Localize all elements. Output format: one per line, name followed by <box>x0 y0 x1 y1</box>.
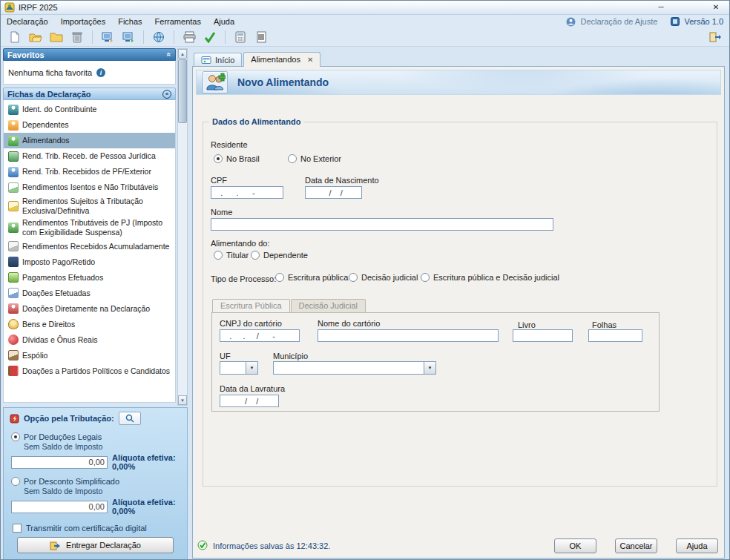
toolbar-separator <box>225 30 226 44</box>
taxpayer-icon <box>8 105 19 115</box>
sidebar-item-alimentandos[interactable]: Alimentandos <box>4 133 175 148</box>
cnpj-cartorio-label: CNPJ do cartório <box>220 319 282 328</box>
menu-importacoes[interactable]: Importações <box>61 17 106 26</box>
livro-input[interactable] <box>513 329 573 342</box>
close-tab-icon[interactable]: ✕ <box>307 56 313 64</box>
radio-escritura-e-decisao[interactable]: Escritura pública e Decisão judicial <box>421 273 559 282</box>
exclusive-tax-icon <box>8 201 19 211</box>
lavratura-label: Data da Lavratura <box>220 384 285 393</box>
dropdown-arrow-icon[interactable]: ▼ <box>424 362 435 374</box>
ok-button[interactable]: OK <box>554 538 596 553</box>
tab-decisao-judicial[interactable]: Decisão Judicial <box>291 299 366 312</box>
radio-no-brasil[interactable]: No Brasil <box>214 154 260 163</box>
folhas-input[interactable] <box>588 329 642 342</box>
calculator-button[interactable] <box>231 29 250 45</box>
help-button[interactable]: Ajuda <box>676 538 718 553</box>
radio-deducoes-legais[interactable]: Por Deduções Legais <box>11 432 181 441</box>
sidebar-item-label: Bens e Direitos <box>22 320 75 329</box>
tab-inicio[interactable]: Início <box>194 53 242 66</box>
sidebar-item-rend-pf-exterior[interactable]: Rend. Trib. Recebidos de PF/Exterior <box>4 164 175 179</box>
tab-escritura-publica[interactable]: Escritura Pública <box>212 299 290 313</box>
nome-cartorio-input[interactable] <box>318 329 499 342</box>
scroll-up-icon[interactable]: ▲ <box>178 49 187 59</box>
receipt-button[interactable] <box>251 29 271 45</box>
radio-label: Escritura pública e Decisão judicial <box>433 273 559 282</box>
sidebar-item-espolio[interactable]: Espólio <box>4 347 175 363</box>
cpf-label: CPF <box>211 176 227 185</box>
minimize-button[interactable]: ─ <box>651 2 671 13</box>
municipio-select[interactable]: ▼ <box>273 361 436 375</box>
radio-no-exterior[interactable]: No Exterior <box>288 154 341 163</box>
sidebar-scrollbar[interactable]: ▲ ▼ <box>177 48 188 406</box>
search-ficha-button[interactable] <box>119 412 141 425</box>
toolbar-separator <box>92 30 93 44</box>
receipt-icon <box>257 31 266 43</box>
folder-button[interactable] <box>47 29 66 45</box>
collapse-fichas-icon[interactable]: « <box>162 90 171 99</box>
menu-ferramentas[interactable]: Ferramentas <box>155 17 201 26</box>
tab-alimentandos[interactable]: Alimentandos ✕ <box>243 52 320 67</box>
sidebar-item-dividas[interactable]: Dívidas e Ônus Reais <box>4 332 175 347</box>
deliver-icon <box>50 541 61 550</box>
sidebar-item-label: Dívidas e Ônus Reais <box>22 335 98 345</box>
menu-ajuda[interactable]: Ajuda <box>214 17 234 26</box>
sidebar-item-imposto-pago[interactable]: Imposto Pago/Retido <box>4 254 175 269</box>
new-declaration-button[interactable] <box>5 29 24 45</box>
import-data-button[interactable] <box>119 29 138 45</box>
info-icon[interactable]: i <box>96 68 105 77</box>
cnpj-cartorio-input[interactable] <box>220 329 300 342</box>
nome-input[interactable] <box>211 218 553 231</box>
verify-pendencies-button[interactable] <box>200 29 220 45</box>
sidebar-item-doacoes[interactable]: Doações Efetuadas <box>4 285 175 300</box>
lavratura-input[interactable] <box>220 395 279 407</box>
cancel-button[interactable]: Cancelar <box>615 538 657 553</box>
sidebar-item-doacoes-partidos[interactable]: Doações a Partidos Políticos e Candidato… <box>4 363 175 378</box>
online-services-button[interactable] <box>149 29 168 45</box>
folhas-label: Folhas <box>592 320 616 329</box>
alimentandos-content: Novo Alimentando Dados do Alimentando Re… <box>192 66 725 559</box>
alimony-icon <box>8 136 19 146</box>
open-declaration-icon <box>29 31 42 43</box>
sidebar-item-rend-acumulado[interactable]: Rendimentos Recebidos Acumuladamente <box>4 238 175 254</box>
sidebar-item-rend-pj[interactable]: Rend. Trib. Receb. de Pessoa Jurídica <box>4 148 175 164</box>
radio-dependente[interactable]: Dependente <box>251 251 308 260</box>
menu-fichas[interactable]: Fichas <box>118 17 142 26</box>
tab-label: Alimentandos <box>251 55 300 64</box>
cpf-input[interactable] <box>211 186 283 199</box>
import-declaration-icon <box>101 31 114 43</box>
scroll-down-icon[interactable]: ▼ <box>178 395 187 405</box>
radio-decisao-judicial[interactable]: Decisão judicial <box>349 273 418 282</box>
sidebar: Favoritos « Nenhuma ficha favorita i Fic… <box>1 47 188 560</box>
imposto-simplificado-input[interactable] <box>11 501 108 513</box>
radio-titular[interactable]: Titular <box>214 251 249 260</box>
sidebar-item-bens-direitos[interactable]: Bens e Direitos <box>4 316 175 332</box>
calculator-icon <box>235 31 246 43</box>
transmit-label: Transmitir com certificação digital <box>26 524 147 533</box>
sidebar-item-pagamentos[interactable]: Pagamentos Efetuados <box>4 269 175 285</box>
delete-declaration-button[interactable] <box>68 29 87 45</box>
uf-select[interactable]: ▼ <box>220 361 258 375</box>
close-button[interactable]: ✕ <box>706 2 726 13</box>
print-button[interactable] <box>180 29 199 45</box>
imposto-deducoes-input[interactable] <box>11 456 108 469</box>
sidebar-item-rend-suspensa[interactable]: Rendimentos Tributáveis de PJ (Imposto c… <box>4 217 175 238</box>
open-declaration-button[interactable] <box>26 29 45 45</box>
sidebar-item-rend-isentos[interactable]: Rendimentos Isentos e Não Tributáveis <box>4 179 175 195</box>
radio-escritura-publica[interactable]: Escritura pública <box>275 273 348 282</box>
nascimento-input[interactable] <box>305 186 362 199</box>
radio-desconto-simplificado[interactable]: Por Desconto Simplificado <box>11 477 181 486</box>
sidebar-item-rend-exclusiva[interactable]: Rendimentos Sujeitos à Tributação Exclus… <box>4 195 175 217</box>
exit-button[interactable] <box>706 29 725 45</box>
import-declaration-button[interactable] <box>98 29 117 45</box>
sidebar-item-dependentes[interactable]: Dependentes <box>4 117 175 133</box>
sidebar-item-doacoes-diretas[interactable]: Doações Diretamente na Declaração <box>4 300 175 316</box>
transmit-checkbox[interactable]: Transmitir com certificação digital <box>13 524 181 533</box>
scrollbar-thumb[interactable] <box>178 59 187 123</box>
dropdown-arrow-icon[interactable]: ▼ <box>246 362 257 374</box>
sidebar-item-ident-contribuinte[interactable]: Ident. do Contribuinte <box>4 102 175 117</box>
collapse-favorites-icon[interactable]: « <box>165 53 174 57</box>
sidebar-item-label: Imposto Pago/Retido <box>22 257 95 267</box>
deliver-declaration-button[interactable]: Entregar Declaração <box>17 537 174 553</box>
tax-paid-icon <box>8 257 19 267</box>
menu-declaracao[interactable]: Declaração <box>7 17 48 26</box>
